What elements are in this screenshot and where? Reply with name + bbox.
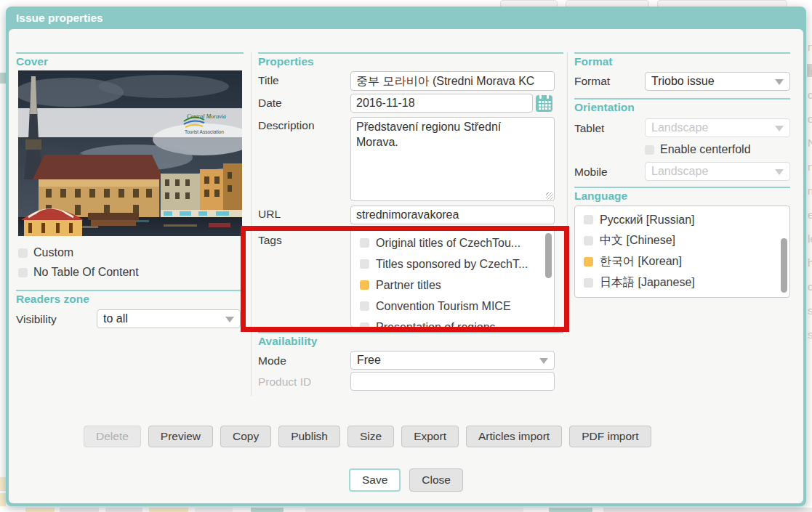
visibility-value: to all bbox=[103, 312, 128, 325]
option-label: 한국어 [Korean] bbox=[600, 254, 682, 269]
format-label: Format bbox=[574, 75, 610, 88]
description-label: Description bbox=[258, 119, 315, 132]
preview-button[interactable]: Preview bbox=[148, 426, 213, 447]
date-input[interactable]: 2016-11-18 bbox=[350, 94, 533, 113]
centerfold-checkbox[interactable] bbox=[645, 145, 654, 155]
tablet-orientation-value: Landscape bbox=[651, 121, 708, 134]
title-input[interactable]: 중부 모라비아 (Stredni Morava KC bbox=[350, 71, 555, 91]
centerfold-option[interactable]: Enable centerfold bbox=[645, 143, 751, 156]
readers-zone-heading: Readers zone bbox=[16, 293, 89, 306]
packages-of-products-button[interactable]: Packages of products bbox=[657, 0, 787, 7]
visibility-select[interactable]: to all bbox=[97, 309, 241, 328]
date-label: Date bbox=[258, 97, 282, 110]
availability-section-heading: Availability bbox=[258, 335, 317, 348]
language-section-heading: Language bbox=[574, 190, 627, 203]
svg-text:Central Moravia: Central Moravia bbox=[187, 113, 226, 120]
background-fragment bbox=[549, 508, 592, 512]
calendar-icon[interactable] bbox=[536, 94, 552, 112]
background-fragment bbox=[0, 493, 6, 506]
no-toc-option[interactable]: No Table Of Content bbox=[18, 266, 139, 279]
language-option[interactable]: 한국어 [Korean] bbox=[575, 251, 789, 272]
mode-select[interactable]: Free bbox=[350, 351, 555, 370]
publish-button[interactable]: Publish bbox=[278, 426, 340, 447]
cover-section-heading: Cover bbox=[16, 55, 48, 68]
divider bbox=[251, 52, 252, 396]
background-fragment bbox=[0, 477, 6, 491]
format-select[interactable]: Triobo issue bbox=[645, 72, 790, 91]
close-button[interactable]: Close bbox=[409, 468, 463, 492]
resize-grip-icon[interactable] bbox=[546, 192, 553, 200]
language-option[interactable]: Others bbox=[575, 293, 789, 298]
action-buttons: Delete Preview Copy Publish Size Export … bbox=[84, 426, 651, 447]
background-fragment bbox=[195, 508, 233, 512]
language-listbox[interactable]: Русский [Russian]中文 [Chinese]한국어 [Korean… bbox=[574, 206, 790, 298]
divider bbox=[16, 52, 244, 54]
tablet-orientation-select[interactable]: Landscape bbox=[645, 118, 790, 137]
checkbox-icon[interactable] bbox=[584, 236, 593, 245]
background-fragment bbox=[105, 508, 142, 512]
background-fragment bbox=[603, 508, 812, 512]
product-id-input[interactable] bbox=[350, 372, 555, 391]
divider bbox=[574, 187, 790, 188]
background-fragment bbox=[0, 73, 6, 84]
format-section-heading: Format bbox=[574, 55, 613, 68]
articles-import-button[interactable]: Articles import bbox=[466, 426, 562, 447]
dialog-title: Issue properties bbox=[6, 7, 806, 29]
divider bbox=[16, 290, 244, 291]
divider bbox=[574, 98, 790, 99]
checkbox-icon[interactable] bbox=[584, 257, 593, 267]
option-label: Русский [Russian] bbox=[600, 214, 695, 227]
tablet-label: Tablet bbox=[574, 122, 604, 135]
title-label: Title bbox=[258, 74, 279, 87]
pdf-import-button[interactable]: PDF import bbox=[569, 426, 651, 447]
cover-image[interactable]: Central Moravia Tourist Association bbox=[18, 70, 242, 236]
divider bbox=[258, 332, 563, 333]
search-button[interactable]: Search bbox=[500, 0, 558, 7]
divider bbox=[574, 52, 790, 54]
language-option[interactable]: 日本語 [Japanese] bbox=[575, 272, 789, 293]
size-button[interactable]: Size bbox=[347, 426, 394, 447]
no-toc-checkbox[interactable] bbox=[18, 268, 28, 277]
language-scrollbar-thumb[interactable] bbox=[781, 238, 787, 293]
option-label: Others bbox=[600, 298, 635, 298]
language-option[interactable]: 中文 [Chinese] bbox=[575, 230, 789, 251]
copy-button[interactable]: Copy bbox=[220, 426, 271, 447]
option-label: 日本語 [Japanese] bbox=[600, 275, 695, 290]
language-option[interactable]: Русский [Russian] bbox=[575, 209, 789, 230]
background-right-text: nlecoNnmelehcss bbox=[808, 41, 812, 476]
background-fragment bbox=[305, 508, 523, 512]
background-fragment bbox=[25, 508, 55, 512]
url-input[interactable]: strednimoravakorea bbox=[350, 206, 555, 224]
mobile-orientation-select[interactable]: Landscape bbox=[645, 162, 790, 181]
url-label: URL bbox=[258, 208, 281, 221]
annotation-highlight bbox=[241, 226, 569, 332]
mode-value: Free bbox=[357, 354, 381, 366]
custom-checkbox[interactable] bbox=[18, 248, 28, 258]
visibility-label: Visibility bbox=[16, 313, 57, 326]
mode-label: Mode bbox=[258, 354, 286, 367]
custom-option[interactable]: Custom bbox=[18, 246, 73, 259]
checkbox-icon[interactable] bbox=[584, 278, 593, 288]
export-button[interactable]: Export bbox=[401, 426, 459, 447]
background-fragment bbox=[251, 508, 284, 512]
page: Search Issue import Packages of products… bbox=[0, 0, 812, 512]
save-button[interactable]: Save bbox=[349, 468, 401, 492]
properties-section-heading: Properties bbox=[258, 55, 314, 68]
background-toolbar: Search Issue import Packages of products bbox=[500, 0, 787, 7]
mobile-orientation-value: Landscape bbox=[651, 165, 708, 177]
option-label: 中文 [Chinese] bbox=[600, 233, 675, 248]
no-toc-label: No Table Of Content bbox=[33, 266, 139, 279]
dialog-footer-buttons: Save Close bbox=[9, 468, 803, 492]
description-textarea[interactable]: Představení regionu Střední Morava. bbox=[350, 117, 555, 201]
format-value: Triobo issue bbox=[651, 75, 715, 87]
delete-button[interactable]: Delete bbox=[84, 426, 141, 447]
divider bbox=[258, 52, 563, 54]
svg-text:Tourist Association: Tourist Association bbox=[185, 129, 224, 134]
mobile-label: Mobile bbox=[574, 166, 608, 179]
issue-import-button[interactable]: Issue import bbox=[566, 0, 648, 7]
centerfold-label: Enable centerfold bbox=[660, 143, 751, 156]
checkbox-icon[interactable] bbox=[584, 215, 593, 224]
background-fragment bbox=[149, 508, 188, 512]
orientation-section-heading: Orientation bbox=[574, 101, 635, 114]
background-fragment bbox=[60, 508, 99, 512]
